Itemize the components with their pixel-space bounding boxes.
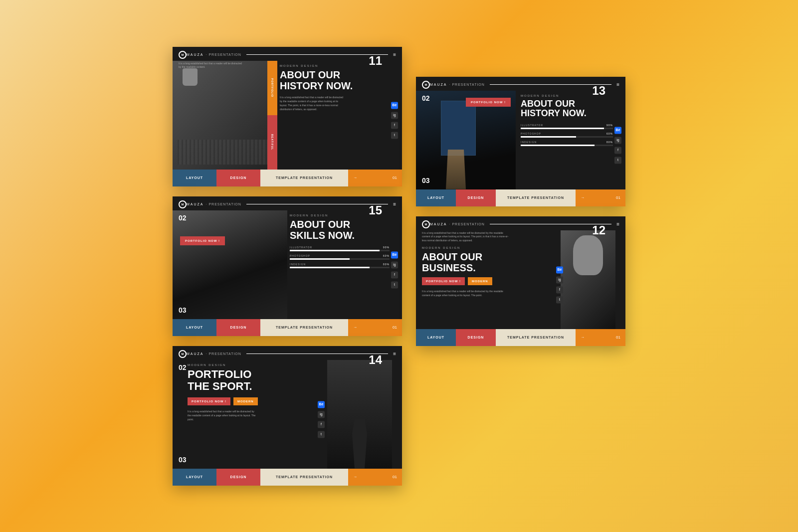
modern-btn-12[interactable]: MODERN <box>468 277 492 285</box>
footer-num-area-12: → 01 <box>576 329 625 346</box>
skill-photoshop-13: PHOTOSHOP 60% <box>521 132 613 138</box>
slide-11: M MAUZA · PRESENTATION ≡ 11 It is a long… <box>173 47 402 186</box>
footer-arrow-12: → <box>581 335 585 340</box>
slide-11-line <box>246 54 388 55</box>
slide-12-menu[interactable]: ≡ <box>616 221 619 227</box>
instagram-icon-13: ig <box>614 137 621 144</box>
slide-15-photo <box>173 210 287 319</box>
behance-icon-12: Bé <box>556 266 563 273</box>
footer-design-15[interactable]: DESIGN <box>216 319 260 336</box>
footer-num-14: 01 <box>393 475 397 479</box>
footer-template-12[interactable]: TEMPLATE PRESENTATION <box>496 329 576 346</box>
footer-design-14[interactable]: DESIGN <box>216 469 260 486</box>
footer-arrow-14: → <box>353 475 357 479</box>
slide-13-menu[interactable]: ≡ <box>616 82 619 87</box>
slide-11-subtitle: PRESENTATION <box>208 53 241 56</box>
slide-13-footer: LAYOUT DESIGN TEMPLATE PRESENTATION → 01 <box>416 189 625 206</box>
slide-15-content: MODERN DESIGN ABOUT OUR SKILLS NOW. ILLU… <box>290 214 390 316</box>
behance-icon-15: Bé <box>391 251 398 258</box>
footer-template-14[interactable]: TEMPLATE PRESENTATION <box>260 469 348 486</box>
slide-15-menu[interactable]: ≡ <box>393 201 396 207</box>
slide-14-logo: MAUZA <box>187 352 204 355</box>
slide-11-desc: It is a long established fact that a rea… <box>280 95 345 111</box>
slide-14: M MAUZA · PRESENTATION ≡ 14 02 03 MODERN… <box>173 346 402 486</box>
behance-icon-14: Bé <box>318 401 325 408</box>
footer-design-12[interactable]: DESIGN <box>456 329 496 346</box>
slide-12-title: ABOUT OUR BUSINESS. <box>422 251 556 273</box>
instagram-icon-15: ig <box>391 261 398 268</box>
slides-container: M MAUZA · PRESENTATION ≡ 11 It is a long… <box>158 32 640 501</box>
tab-beatiful: BEATIFUL <box>267 115 277 170</box>
skill-indesign-13: INDESIGN 80% <box>521 141 613 146</box>
twitter-icon-14: t <box>318 431 325 438</box>
slide-14-photo-bg <box>327 360 392 469</box>
slide-15-num02: 02 <box>179 214 187 222</box>
behance-icon-13: Bé <box>614 127 621 134</box>
light-beam-13 <box>446 150 466 189</box>
slide-11-photo-bg <box>173 61 272 170</box>
slide-12-desc: It is a long established fact that a rea… <box>422 289 507 297</box>
slide-13-portfolio-btn[interactable]: PORTFOLIO NOW ! <box>466 98 511 107</box>
instagram-icon-14: ig <box>318 411 325 418</box>
slide-14-modern: MODERN DESIGN <box>188 363 322 366</box>
slide-14-number: 14 <box>369 353 382 367</box>
slide-13-title: ABOUT OUR HISTORY NOW. <box>521 99 613 119</box>
slide-11-color-tabs: PORTFOLIO BEATIFUL <box>267 61 277 170</box>
logo-circle-13: M <box>422 81 430 89</box>
slide-14-desc: It is a long established fact that a rea… <box>188 409 257 421</box>
slide-13-num02: 02 <box>422 94 430 102</box>
footer-arrow: → <box>353 176 357 180</box>
instagram-icon-12: ig <box>556 276 563 283</box>
skill-illustrator: ILLUSTRATOR 90% <box>290 246 390 251</box>
slide-15-social: Bé ig f t <box>391 251 398 288</box>
portfolio-btn-12[interactable]: PORTFOLIO NOW ! <box>422 277 465 285</box>
footer-num-area-13: → 01 <box>576 189 625 206</box>
modern-btn-14[interactable]: MODERN <box>233 397 258 405</box>
person-silhouette-14 <box>347 419 372 469</box>
slide-12: M MAUZA · PRESENTATION ≡ 12 It is a long… <box>416 216 625 346</box>
slide-13-number: 13 <box>592 84 605 98</box>
slide-13-social: Bé ig f t <box>614 127 621 164</box>
logo-circle-12: M <box>422 220 430 228</box>
slide-11-logo: MAUZA <box>187 53 204 56</box>
footer-arrow-13: → <box>581 195 585 200</box>
footer-template-13[interactable]: TEMPLATE PRESENTATION <box>496 189 576 206</box>
skill-indesign: INDESIGN 80% <box>290 263 390 268</box>
slide-15-portfolio-btn[interactable]: PORTFOLIO NOW ! <box>180 236 225 245</box>
slide-11-number: 11 <box>369 54 382 68</box>
slide-15-subtitle: PRESENTATION <box>208 202 241 206</box>
right-column: M MAUZA · PRESENTATION ≡ 13 02 03 PORTFO… <box>416 77 625 346</box>
logo-circle-15: M <box>179 200 187 208</box>
footer-layout-12[interactable]: LAYOUT <box>416 329 456 346</box>
facebook-icon-15: f <box>391 271 398 278</box>
behance-icon: Bé <box>391 102 398 109</box>
slide-11-menu[interactable]: ≡ <box>393 52 396 57</box>
slide-12-photo <box>561 230 615 329</box>
slide-13: M MAUZA · PRESENTATION ≡ 13 02 03 PORTFO… <box>416 77 625 206</box>
slide-14-num03: 03 <box>179 456 187 464</box>
footer-template[interactable]: TEMPLATE PRESENTATION <box>260 170 348 186</box>
footer-layout-14[interactable]: LAYOUT <box>173 469 216 486</box>
footer-layout[interactable]: LAYOUT <box>173 170 216 186</box>
facebook-icon-12: f <box>556 286 563 293</box>
footer-design[interactable]: DESIGN <box>216 170 260 186</box>
footer-layout-15[interactable]: LAYOUT <box>173 319 216 336</box>
slide-14-footer: LAYOUT DESIGN TEMPLATE PRESENTATION → 01 <box>173 469 402 486</box>
slide-14-content: MODERN DESIGN PORTFOLIO THE SPORT. PORTF… <box>188 363 322 466</box>
slide-14-menu[interactable]: ≡ <box>393 351 396 356</box>
slide-15-num03: 03 <box>179 306 187 314</box>
footer-num-area-15: → 01 <box>348 319 402 336</box>
portfolio-btn-14[interactable]: PORTFOLIO NOW ! <box>188 397 230 405</box>
footer-num-15: 01 <box>393 325 397 330</box>
slide-14-num02: 02 <box>179 363 187 371</box>
slide-15-logo: MAUZA <box>187 202 204 206</box>
footer-design-13[interactable]: DESIGN <box>456 189 496 206</box>
face-12 <box>573 235 603 275</box>
slide-15-photo-bg <box>173 210 287 319</box>
slide-12-number: 12 <box>592 223 605 237</box>
footer-layout-13[interactable]: LAYOUT <box>416 189 456 206</box>
slide-14-header: M MAUZA · PRESENTATION ≡ <box>173 346 402 362</box>
slide-11-text-top: It is a long established fact that a rea… <box>179 62 243 69</box>
footer-template-15[interactable]: TEMPLATE PRESENTATION <box>260 319 348 336</box>
logo-circle-14: M <box>179 350 187 358</box>
